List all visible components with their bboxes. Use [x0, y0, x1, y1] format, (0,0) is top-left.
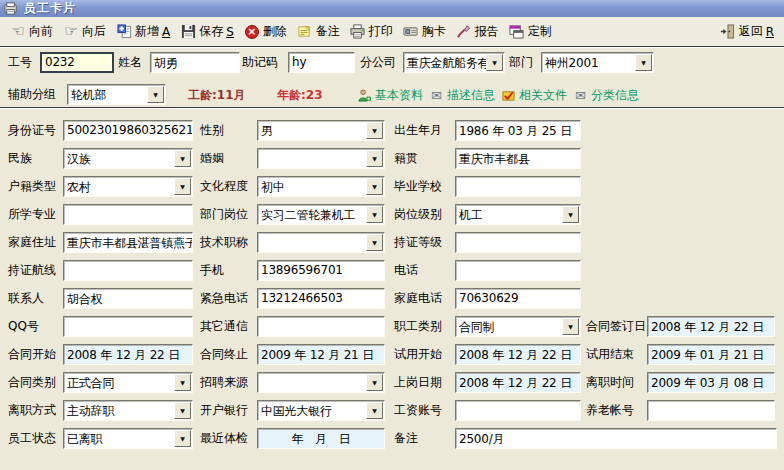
input-major[interactable]	[63, 204, 193, 225]
dropdown-arrow-icon[interactable]: ▼	[366, 178, 383, 195]
toolbar-button-customize[interactable]: 定制	[504, 21, 557, 42]
toolbar-button-new[interactable]: 新增A	[111, 21, 175, 42]
dropdown-leave-method[interactable]: 主动辞职▼	[63, 400, 193, 421]
toolbar-button-note[interactable]: 备注	[292, 21, 345, 42]
dropdown-arrow-icon[interactable]: ▼	[635, 54, 652, 71]
input-last-physical[interactable]: 年 月 日	[257, 428, 385, 449]
field-value-home-phone: 70630629	[456, 289, 580, 305]
toolbar-button-badge[interactable]: 胸卡	[398, 21, 451, 42]
dropdown-marriage[interactable]: ▼	[257, 148, 385, 169]
tab-related-files[interactable]: 相关文件	[502, 87, 567, 104]
dropdown-arrow-icon[interactable]: ▼	[486, 54, 503, 71]
input-contact-person[interactable]: 胡合权	[63, 288, 193, 309]
dropdown-arrow-icon[interactable]: ▼	[562, 206, 579, 223]
field-value-phone	[456, 261, 580, 263]
dropdown-post-level[interactable]: 机工▼	[455, 204, 581, 225]
dropdown-arrow-icon[interactable]: ▼	[562, 318, 579, 335]
field-value-leave-date: 2009 年 03 月 08 日	[648, 373, 774, 392]
input-trial-end[interactable]: 2009 年 01 月 21 日	[647, 344, 775, 365]
toolbar-button-report[interactable]: 报告	[451, 21, 504, 42]
dropdown-department[interactable]: 神州2001▼	[541, 52, 654, 73]
toolbar-button-delete[interactable]: ×删除	[239, 21, 292, 42]
input-other-contact[interactable]	[257, 316, 385, 337]
field-label-certificate-level: 持证等级	[394, 232, 442, 253]
dropdown-household-type[interactable]: 农村▼	[63, 176, 193, 197]
dropdown-arrow-icon[interactable]: ▼	[174, 374, 191, 391]
dropdown-arrow-icon[interactable]: ▼	[366, 150, 383, 167]
input-name[interactable]: 胡勇	[150, 52, 240, 73]
dropdown-arrow-icon[interactable]: ▼	[174, 402, 191, 419]
input-id-card-no[interactable]: 500230198603256210	[63, 120, 193, 141]
dropdown-arrow-icon[interactable]: ▼	[366, 234, 383, 251]
toolbar-button-label: 新增	[135, 23, 159, 40]
form-row-0: 身份证号500230198603256210性别男▼出生年月1986 年 03 …	[0, 120, 784, 142]
input-pension-account[interactable]	[647, 400, 775, 421]
dropdown-arrow-icon[interactable]: ▼	[366, 206, 383, 223]
input-trial-start[interactable]: 2008 年 12 月 22 日	[455, 344, 581, 365]
input-contract-end[interactable]: 2009 年 12 月 21 日	[257, 344, 385, 365]
toolbar-button-return[interactable]: 返回R	[715, 21, 779, 42]
dropdown-employee-status[interactable]: 已离职▼	[63, 428, 193, 449]
person-icon	[358, 89, 371, 102]
field-label-qq-no: QQ号	[8, 316, 39, 337]
tab-basic-info[interactable]: 基本资料	[358, 87, 423, 104]
dropdown-arrow-icon[interactable]: ▼	[366, 122, 383, 139]
input-contract-start[interactable]: 2008 年 12 月 22 日	[63, 344, 193, 365]
dropdown-arrow-icon[interactable]: ▼	[147, 86, 164, 103]
dropdown-technical-title[interactable]: ▼	[257, 232, 385, 253]
dropdown-education-level[interactable]: 初中▼	[257, 176, 385, 197]
toolbar-button-label: 保存	[199, 23, 223, 40]
input-salary-account[interactable]	[455, 400, 581, 421]
field-value-pension-account	[648, 401, 774, 403]
dropdown-arrow-icon[interactable]: ▼	[366, 374, 383, 391]
dropdown-ethnicity[interactable]: 汉族▼	[63, 148, 193, 169]
dropdown-arrow-icon[interactable]: ▼	[174, 150, 191, 167]
input-home-phone[interactable]: 70630629	[455, 288, 581, 309]
input-mnemonic[interactable]: hy	[288, 52, 355, 73]
field-label-gender: 性别	[200, 120, 224, 141]
input-certificate-route[interactable]	[63, 260, 193, 281]
input-phone[interactable]	[455, 260, 581, 281]
hand-right-icon: ☞	[63, 24, 79, 40]
input-qq-no[interactable]	[63, 316, 193, 337]
input-onboard-date[interactable]: 2008 年 12 月 22 日	[455, 372, 581, 393]
toolbar-button-label: 向后	[82, 23, 106, 40]
input-certificate-level[interactable]	[455, 232, 581, 253]
toolbar-button-backward[interactable]: ☞向后	[58, 21, 111, 42]
input-employee-no[interactable]: 0232	[40, 52, 114, 73]
input-emergency-phone[interactable]: 13212466503	[257, 288, 385, 309]
delete-icon: ×	[244, 24, 260, 40]
dropdown-bank[interactable]: 中国光大银行▼	[257, 400, 385, 421]
dropdown-contract-type[interactable]: 正式合同▼	[63, 372, 193, 393]
tab-description-info[interactable]: ✉描述信息	[430, 87, 495, 104]
dropdown-arrow-icon[interactable]: ▼	[366, 402, 383, 419]
field-label-department-post: 部门岗位	[200, 204, 248, 225]
dropdown-arrow-icon[interactable]: ▼	[174, 430, 191, 447]
dropdown-department-post[interactable]: 实习二管轮兼机工▼	[257, 204, 385, 225]
dropdown-branch[interactable]: 重庆金航船务有▼	[403, 52, 505, 73]
field-value-other-contact	[258, 317, 384, 319]
toolbar-button-print[interactable]: 打印	[345, 21, 398, 42]
input-native-place[interactable]: 重庆市丰都县	[455, 148, 581, 169]
dropdown-arrow-icon[interactable]: ▼	[174, 178, 191, 195]
tab-category-info[interactable]: ✉分类信息	[574, 87, 639, 104]
header-row-group: 工龄:11月 年龄:23 基本资料✉描述信息相关文件✉分类信息 辅助分组轮机部▼	[0, 84, 784, 106]
field-label-onboard-date: 上岗日期	[394, 372, 442, 393]
input-birth-date[interactable]: 1986 年 03 月 25 日	[455, 120, 581, 141]
dropdown-recruit-source[interactable]: ▼	[257, 372, 385, 393]
toolbar-button-save[interactable]: 保存S	[175, 21, 239, 42]
input-leave-date[interactable]: 2009 年 03 月 08 日	[647, 372, 775, 393]
input-mobile[interactable]: 13896596701	[257, 260, 385, 281]
dropdown-aux-group[interactable]: 轮机部▼	[67, 84, 166, 105]
toolbar-button-forward[interactable]: ☜向前	[5, 21, 58, 42]
field-label-major: 所学专业	[8, 204, 56, 225]
check-file-icon	[502, 89, 515, 102]
input-contract-sign-date[interactable]: 2008 年 12 月 22 日	[647, 316, 775, 337]
form-row-6: 联系人胡合权紧急电话13212466503家庭电话70630629	[0, 288, 784, 310]
input-remark[interactable]: 2500/月	[455, 428, 777, 449]
input-graduate-school[interactable]	[455, 176, 581, 197]
field-value-contract-start: 2008 年 12 月 22 日	[64, 345, 192, 364]
input-home-address[interactable]: 重庆市丰都县湛普镇燕子	[63, 232, 193, 253]
dropdown-employee-type[interactable]: 合同制▼	[455, 316, 581, 337]
dropdown-gender[interactable]: 男▼	[257, 120, 385, 141]
